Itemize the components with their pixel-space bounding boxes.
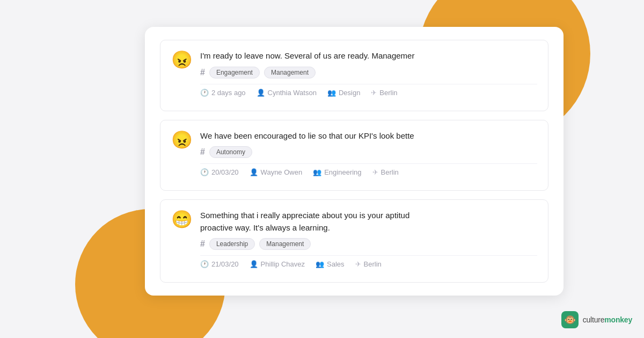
meta-team-label-3: Sales [327,260,345,268]
meta-time-2: 🕐 20/03/20 [200,168,239,176]
meta-location-label-3: Berlin [364,260,382,268]
meta-row-1: 🕐 2 days ago 👤 Cynthia Watson 👥 Design ✈… [200,84,537,97]
clock-icon-2: 🕐 [200,168,209,176]
tag-leadership: Leadership [209,238,255,250]
feedback-item-1: 😠 I'm ready to leave now. Several of us … [160,40,548,111]
meta-person-label-2: Wayne Owen [261,168,303,176]
emoji-1: 😠 [171,51,193,68]
logo-text: culturemonkey [583,315,632,324]
meta-team-3: 👥 Sales [316,260,345,268]
logo-icon: 🐵 [561,311,579,328]
feedback-top-2: 😠 We have been encouraged to lie so that… [171,130,537,177]
hash-icon-3: # [200,239,205,249]
feedback-text-line2-3: proactive way. It's always a learning. [200,223,330,232]
meta-team-label-1: Design [339,89,360,97]
meta-person-2: 👤 Wayne Owen [250,168,303,176]
feedback-item-3: 😁 Something that i really appreciate abo… [160,199,548,283]
meta-time-label-2: 20/03/20 [211,168,239,176]
feedback-top-1: 😠 I'm ready to leave now. Several of us … [171,50,537,97]
meta-time-3: 🕐 21/03/20 [200,260,239,268]
meta-time-label-3: 21/03/20 [211,260,239,268]
clock-icon-1: 🕐 [200,89,209,97]
emoji-2: 😠 [171,131,193,148]
hash-icon-2: # [200,147,205,157]
meta-team-label-2: Engineering [324,168,361,176]
clock-icon-3: 🕐 [200,260,209,268]
feedback-item-2: 😠 We have been encouraged to lie so that… [160,120,548,191]
meta-time-label-1: 2 days ago [211,89,246,97]
feedback-content-2: We have been encouraged to lie so that o… [200,130,537,177]
meta-location-2: ✈ Berlin [372,168,399,176]
meta-person-3: 👤 Phillip Chavez [250,260,305,268]
meta-location-1: ✈ Berlin [371,89,397,97]
location-icon-3: ✈ [355,260,361,268]
person-icon-1: 👤 [257,89,265,97]
location-icon-2: ✈ [372,168,378,176]
meta-person-1: 👤 Cynthia Watson [257,89,317,97]
meta-row-2: 🕐 20/03/20 👤 Wayne Owen 👥 Engineering ✈ … [200,163,537,176]
tags-row-1: # Engagement Management [200,67,537,78]
tag-management-1: Management [264,67,316,78]
team-icon-2: 👥 [313,168,321,176]
emoji-3: 😁 [171,211,193,228]
meta-team-2: 👥 Engineering [313,168,361,176]
tag-engagement: Engagement [209,67,260,78]
tags-row-2: # Autonomy [200,146,537,158]
meta-location-3: ✈ Berlin [355,260,382,268]
meta-team-1: 👥 Design [327,89,360,97]
meta-row-3: 🕐 21/03/20 👤 Phillip Chavez 👥 Sales ✈ Be… [200,255,537,268]
feedback-top-3: 😁 Something that i really appreciate abo… [171,210,537,268]
hash-icon-1: # [200,68,205,77]
feedback-content-1: I'm ready to leave now. Several of us ar… [200,50,537,97]
logo-area: 🐵 culturemonkey [561,311,632,328]
main-card: 😠 I'm ready to leave now. Several of us … [145,27,564,296]
meta-time-1: 🕐 2 days ago [200,89,246,97]
feedback-text-line1-3: Something that i really appreciate about… [200,211,409,220]
tags-row-3: # Leadership Management [200,238,537,250]
person-icon-2: 👤 [250,168,258,176]
feedback-text-1: I'm ready to leave now. Several of us ar… [200,50,537,62]
tag-management-3: Management [259,238,311,250]
meta-location-label-2: Berlin [381,168,399,176]
person-icon-3: 👤 [250,260,258,268]
location-icon-1: ✈ [371,89,377,97]
team-icon-1: 👥 [327,89,336,97]
meta-person-label-3: Phillip Chavez [261,260,305,268]
feedback-text-3: Something that i really appreciate about… [200,210,537,234]
meta-location-label-1: Berlin [379,89,397,97]
team-icon-3: 👥 [316,260,324,268]
feedback-text-2: We have been encouraged to lie so that o… [200,130,537,142]
meta-person-label-1: Cynthia Watson [268,89,317,97]
feedback-content-3: Something that i really appreciate about… [200,210,537,268]
tag-autonomy: Autonomy [209,146,252,158]
